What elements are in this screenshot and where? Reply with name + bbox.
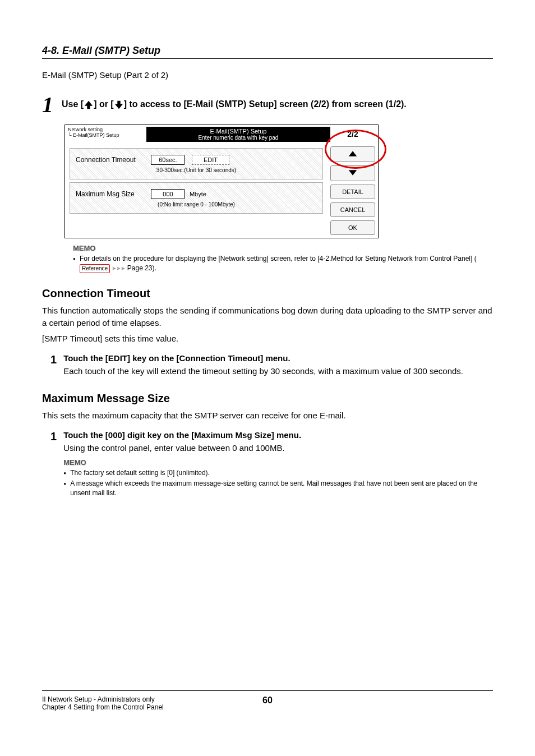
text-fragment: ] or [: [94, 99, 114, 109]
step-body: Using the control panel, enter value bet…: [63, 442, 493, 455]
text-fragment: Use [: [62, 99, 84, 109]
svg-marker-1: [114, 101, 122, 109]
arrow-down-icon: [114, 100, 124, 110]
arrow-down-icon: [348, 169, 357, 176]
step-number-large: 1: [42, 94, 53, 116]
svg-marker-2: [349, 151, 357, 156]
step-body: Each touch of the key will extend the ti…: [63, 365, 493, 378]
screen-title-bar: E-Mail(SMTP) Setup Enter numeric data wi…: [146, 127, 330, 142]
step-number: 1: [50, 353, 57, 378]
footer-line1: II Network Setup - Administrators only: [42, 695, 164, 703]
field-label: Maximum Msg Size: [76, 190, 149, 198]
footer-line2: Chapter 4 Setting from the Control Panel: [42, 703, 164, 711]
field-hint: (0:No limit range 0 - 100Mbyte): [76, 201, 317, 208]
memo-block-2: MEMO The factory set default setting is …: [63, 458, 493, 498]
max-msg-size-heading: Maximum Message Size: [42, 392, 493, 405]
cancel-button[interactable]: CANCEL: [330, 202, 375, 217]
page-indicator: 2/2: [330, 127, 375, 142]
memo-text: For details on the procedure for display…: [80, 255, 477, 262]
svg-marker-0: [85, 101, 93, 109]
paragraph: This sets the maximum capacity that the …: [42, 409, 493, 422]
connection-timeout-row: Connection Timeout 60sec. EDIT 30-300sec…: [70, 148, 323, 179]
step-title: Touch the [000] digit key on the [Maximu…: [63, 430, 493, 440]
memo-item: The factory set default setting is [0] (…: [63, 468, 493, 478]
step-title: Touch the [EDIT] key on the [Connection …: [63, 353, 493, 363]
timeout-value-field[interactable]: 60sec.: [151, 155, 185, 165]
arrow-up-icon: [348, 150, 357, 157]
memo-item: A message which exceeds the maximum mess…: [63, 479, 493, 498]
memo-heading: MEMO: [63, 458, 493, 467]
scroll-down-button[interactable]: [330, 165, 375, 181]
memo-item: For details on the procedure for display…: [73, 254, 493, 273]
paragraph: [SMTP Timeout] sets this time value.: [42, 333, 493, 345]
scroll-up-button[interactable]: [330, 146, 375, 162]
page-subtitle: E-Mail (SMTP) Setup (Part 2 of 2): [42, 70, 493, 80]
memo-heading: MEMO: [73, 244, 493, 252]
page-number: 60: [262, 695, 273, 706]
breadcrumb-root: Network setting: [68, 127, 146, 132]
field-label: Connection Timeout: [76, 156, 149, 164]
max-msg-size-row: Maximum Msg Size 000 Mbyte (0:No limit r…: [70, 182, 323, 214]
step-instruction: Use [] or [] to access to [E-Mail (SMTP)…: [62, 94, 407, 110]
connection-timeout-heading: Connection Timeout: [42, 287, 493, 300]
footer-left: II Network Setup - Administrators only C…: [42, 695, 164, 711]
edit-button[interactable]: EDIT: [192, 155, 229, 165]
ui-screenshot: Network setting └ E-Mail(SMTP) Setup E-M…: [64, 125, 379, 238]
svg-marker-3: [349, 170, 357, 176]
unit-label: Mbyte: [190, 191, 206, 197]
paragraph: This function automatically stops the se…: [42, 305, 493, 330]
memo-text: Page 23).: [127, 264, 156, 272]
breadcrumb-leaf: E-Mail(SMTP) Setup: [73, 132, 119, 138]
page-footer: II Network Setup - Administrators only C…: [42, 690, 493, 711]
msg-size-value-field[interactable]: 000: [151, 189, 185, 199]
memo-block-1: MEMO For details on the procedure for di…: [73, 244, 493, 273]
reference-arrow-icon: ➤➤➤: [112, 265, 125, 271]
screen-subtitle: Enter numeric data with key pad: [147, 135, 329, 141]
arrow-up-icon: [84, 100, 94, 110]
detail-button[interactable]: DETAIL: [330, 185, 375, 199]
substep-connection-timeout: 1 Touch the [EDIT] key on the [Connectio…: [50, 353, 493, 378]
breadcrumb: Network setting └ E-Mail(SMTP) Setup: [68, 127, 146, 142]
ok-button[interactable]: OK: [330, 220, 375, 235]
main-step-1: 1 Use [] or [] to access to [E-Mail (SMT…: [42, 94, 493, 116]
substep-max-msg-size: 1 Touch the [000] digit key on the [Maxi…: [50, 430, 493, 500]
text-fragment: ] to access to [E-Mail (SMTP) Setup] scr…: [124, 99, 407, 109]
sidebar-buttons: DETAIL CANCEL OK: [328, 144, 378, 238]
screen-title: E-Mail(SMTP) Setup: [147, 128, 329, 135]
step-number: 1: [50, 430, 57, 500]
section-heading: 4-8. E-Mail (SMTP) Setup: [42, 45, 493, 59]
field-hint: 30-300sec.(Unit for 30 seconds): [76, 167, 317, 173]
reference-badge: Reference: [80, 264, 110, 273]
